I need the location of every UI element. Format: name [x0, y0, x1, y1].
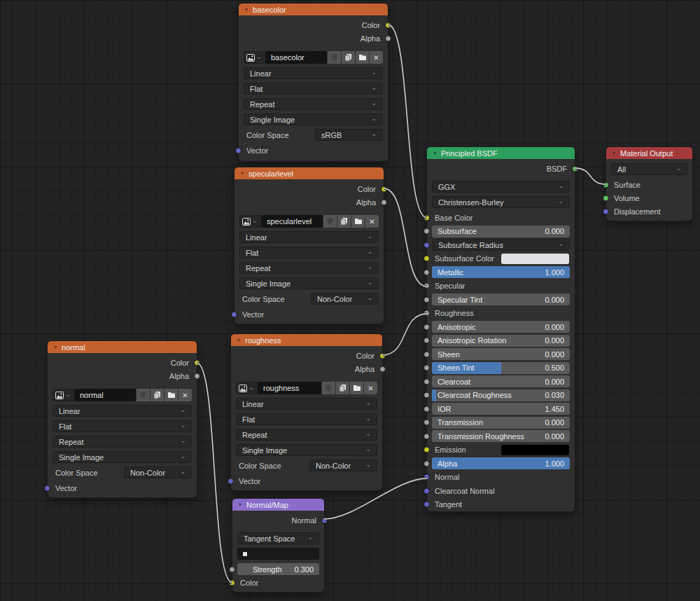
- node-basecolor[interactable]: ▾basecolorColorAlpha⌄basecolor✕Linear⌄Fl…: [239, 4, 388, 161]
- principled-bsdf-anisotropic-input-socket[interactable]: [424, 324, 430, 330]
- node-normal-map[interactable]: ▾Normal/MapNormalTangent Space⌄Strength0…: [232, 499, 324, 592]
- repeat-dropdown[interactable]: Repeat⌄: [236, 429, 377, 441]
- color-space-dropdown[interactable]: Non-Color⌄: [124, 467, 192, 478]
- transmission-roughness-slider[interactable]: Transmission Roughness0.000: [432, 430, 570, 442]
- sheen-slider[interactable]: Sheen0.000: [432, 348, 570, 360]
- fake-user-button[interactable]: [323, 215, 337, 228]
- clearcoat-roughness-slider[interactable]: Clearcoat Roughness0.030: [432, 389, 570, 401]
- basecolor-alpha-output-socket[interactable]: [385, 35, 391, 41]
- node-material-output[interactable]: ▾Material OutputAll⌄SurfaceVolumeDisplac…: [606, 147, 692, 221]
- node-specularlevel[interactable]: ▾specularlevelColorAlpha⌄specularlevel✕L…: [234, 167, 384, 324]
- principled-bsdf-normal-input-socket[interactable]: [424, 474, 430, 481]
- principled-bsdf-transmission-roughness-input-socket[interactable]: [424, 433, 430, 439]
- single-image-dropdown[interactable]: Single Image⌄: [239, 277, 379, 289]
- anisotropic-slider[interactable]: Anisotropic0.000: [432, 321, 570, 333]
- image-name-field[interactable]: roughness: [258, 382, 321, 394]
- principled-bsdf-subsurface-color-input-socket[interactable]: [424, 256, 430, 262]
- linear-dropdown[interactable]: Linear⌄: [52, 405, 192, 417]
- material-output-surface-input-socket[interactable]: [603, 181, 609, 188]
- normal-map-color-input-socket[interactable]: [229, 579, 235, 586]
- principled-bsdf-metallic-input-socket[interactable]: [424, 269, 430, 275]
- repeat-dropdown[interactable]: Repeat⌄: [244, 98, 383, 110]
- principled-bsdf-sheen-input-socket[interactable]: [424, 351, 430, 357]
- collapse-triangle-icon[interactable]: ▾: [433, 151, 436, 156]
- transmission-slider[interactable]: Transmission0.000: [432, 417, 570, 429]
- linear-dropdown[interactable]: Linear⌄: [239, 231, 379, 243]
- principled-bsdf-ior-input-socket[interactable]: [424, 406, 430, 412]
- metallic-slider[interactable]: Metallic1.000: [432, 266, 570, 278]
- repeat-dropdown[interactable]: Repeat⌄: [52, 436, 192, 448]
- principled-bsdf-bsdf-output-socket[interactable]: [572, 165, 578, 172]
- clearcoat-slider[interactable]: Clearcoat0.000: [432, 375, 570, 387]
- principled-bsdf-subsurface-radius-input-socket[interactable]: [424, 242, 430, 248]
- duplicate-image-button[interactable]: [336, 382, 349, 394]
- normal-map-header[interactable]: ▾Normal/Map: [232, 499, 324, 511]
- single-image-dropdown[interactable]: Single Image⌄: [52, 451, 192, 463]
- normal-map-normal-output-socket[interactable]: [321, 517, 328, 523]
- specularlevel-header[interactable]: ▾specularlevel: [234, 167, 384, 179]
- unlink-image-button[interactable]: ✕: [364, 382, 377, 394]
- basecolor-vector-input-socket[interactable]: [235, 147, 241, 153]
- single-image-dropdown[interactable]: Single Image⌄: [236, 444, 377, 456]
- uv-map-field[interactable]: [237, 548, 319, 560]
- image-datablock-menu-button[interactable]: ⌄: [52, 389, 74, 401]
- collapse-triangle-icon[interactable]: ▾: [237, 338, 240, 343]
- node-principled-bsdf[interactable]: ▾Principled BSDFBSDFGGX⌄Christensen-Burl…: [427, 147, 575, 511]
- roughness-color-output-socket[interactable]: [379, 352, 386, 359]
- repeat-dropdown[interactable]: Repeat⌄: [239, 262, 379, 274]
- principled-bsdf-specular-input-socket[interactable]: [424, 283, 430, 289]
- linear-dropdown[interactable]: Linear⌄: [236, 398, 377, 410]
- material-output-header[interactable]: ▾Material Output: [606, 147, 692, 159]
- open-image-button[interactable]: [350, 382, 363, 394]
- principled-bsdf-subsurface-input-socket[interactable]: [424, 228, 430, 235]
- color-space-dropdown[interactable]: Non-Color⌄: [309, 460, 377, 471]
- single-image-dropdown[interactable]: Single Image⌄: [244, 113, 383, 125]
- basecolor-header[interactable]: ▾basecolor: [239, 4, 388, 15]
- christensen-burley-dropdown[interactable]: Christensen-Burley⌄: [432, 196, 570, 208]
- principled-bsdf-emission-input-socket[interactable]: [424, 447, 430, 453]
- strength-slider[interactable]: Strength0.300: [237, 563, 319, 575]
- duplicate-image-button[interactable]: [337, 215, 351, 228]
- image-name-field[interactable]: basecolor: [265, 51, 327, 64]
- principled-bsdf-specular-tint-input-socket[interactable]: [424, 296, 430, 303]
- principled-bsdf-sheen-tint-input-socket[interactable]: [424, 365, 430, 371]
- principled-bsdf-alpha-input-socket[interactable]: [424, 460, 430, 467]
- linear-dropdown[interactable]: Linear⌄: [244, 67, 383, 79]
- anisotropic-rotation-slider[interactable]: Anisotropic Rotation0.000: [432, 335, 570, 347]
- image-datablock-menu-button[interactable]: ⌄: [244, 51, 265, 64]
- node-roughness[interactable]: ▾roughnessColorAlpha⌄roughness✕Linear⌄Fl…: [231, 334, 382, 490]
- ggx-dropdown[interactable]: GGX⌄: [432, 181, 570, 193]
- subsurface-color-color-swatch[interactable]: [501, 254, 569, 264]
- normal-header[interactable]: ▾normal: [48, 341, 197, 353]
- specularlevel-vector-input-socket[interactable]: [231, 311, 237, 317]
- image-datablock-menu-button[interactable]: ⌄: [239, 215, 260, 228]
- open-image-button[interactable]: [356, 51, 369, 64]
- roughness-vector-input-socket[interactable]: [227, 478, 234, 484]
- fake-user-button[interactable]: [328, 51, 341, 64]
- principled-bsdf-roughness-input-socket[interactable]: [424, 310, 430, 317]
- image-datablock-menu-button[interactable]: ⌄: [236, 382, 257, 394]
- all-dropdown[interactable]: All⌄: [611, 163, 687, 175]
- collapse-triangle-icon[interactable]: ▾: [54, 345, 57, 350]
- ior-slider[interactable]: IOR1.450: [432, 403, 570, 415]
- specularlevel-alpha-output-socket[interactable]: [381, 199, 387, 205]
- principled-bsdf-tangent-input-socket[interactable]: [424, 502, 430, 508]
- normal-color-output-socket[interactable]: [194, 359, 200, 366]
- principled-bsdf-clearcoat-normal-input-socket[interactable]: [424, 488, 430, 494]
- image-name-field[interactable]: specularlevel: [261, 215, 323, 228]
- subsurface-slider[interactable]: Subsurface0.000: [432, 226, 570, 237]
- collapse-triangle-icon[interactable]: ▾: [245, 7, 248, 13]
- principled-bsdf-clearcoat-roughness-input-socket[interactable]: [424, 392, 430, 399]
- normal-map-strength-input-socket[interactable]: [229, 566, 235, 572]
- unlink-image-button[interactable]: ✕: [370, 51, 383, 64]
- node-normal[interactable]: ▾normalColorAlpha⌄normal✕Linear⌄Flat⌄Rep…: [48, 341, 197, 497]
- principled-bsdf-header[interactable]: ▾Principled BSDF: [427, 147, 575, 159]
- unlink-image-button[interactable]: ✕: [178, 389, 192, 401]
- material-output-volume-input-socket[interactable]: [603, 195, 609, 201]
- roughness-header[interactable]: ▾roughness: [231, 334, 382, 346]
- alpha-slider[interactable]: Alpha1.000: [432, 457, 570, 469]
- collapse-triangle-icon[interactable]: ▾: [241, 171, 244, 177]
- open-image-button[interactable]: [351, 215, 365, 228]
- collapse-triangle-icon[interactable]: ▾: [612, 151, 615, 156]
- color-space-dropdown[interactable]: sRGB⌄: [315, 129, 383, 141]
